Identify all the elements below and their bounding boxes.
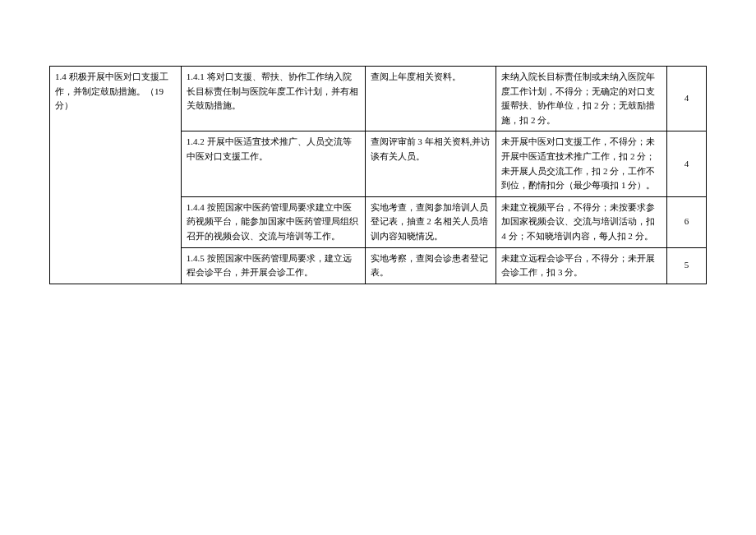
category-cell: 1.4 积极开展中医对口支援工作，并制定鼓励措施。（19 分） [50,67,182,284]
criteria-cell: 1.4.2 开展中医适宜技术推广、人员交流等中医对口支援工作。 [181,131,365,196]
method-cell: 查阅评审前 3 年相关资料,并访谈有关人员。 [365,131,496,196]
criteria-cell: 1.4.4 按照国家中医药管理局要求建立中医药视频平台，能参加国家中医药管理局组… [181,196,365,247]
method-cell: 实地考查，查阅参加培训人员登记表，抽查 2 名相关人员培训内容知晓情况。 [365,196,496,247]
method-cell: 实地考察，查阅会诊患者登记表。 [365,247,496,284]
scoring-cell: 未开展中医对口支援工作，不得分；未开展中医适宜技术推广工作，扣 2 分；未开展人… [496,131,667,196]
score-cell: 5 [667,247,707,284]
scoring-cell: 未纳入院长目标责任制或未纳入医院年度工作计划，不得分；无确定的对口支援帮扶、协作… [496,67,667,131]
scoring-cell: 未建立视频平台，不得分；未按要求参加国家视频会议、交流与培训活动，扣 4 分；不… [496,196,667,247]
scoring-cell: 未建立远程会诊平台，不得分；未开展会诊工作，扣 3 分。 [496,247,667,284]
criteria-cell: 1.4.5 按照国家中医药管理局要求，建立远程会诊平台，并开展会诊工作。 [181,247,365,284]
table-row: 1.4 积极开展中医对口支援工作，并制定鼓励措施。（19 分） 1.4.1 将对… [50,67,707,131]
score-cell: 6 [667,196,707,247]
criteria-cell: 1.4.1 将对口支援、帮扶、协作工作纳入院长目标责任制与医院年度工作计划，并有… [181,67,365,131]
method-cell: 查阅上年度相关资料。 [365,67,496,131]
score-cell: 4 [667,131,707,196]
evaluation-table: 1.4 积极开展中医对口支援工作，并制定鼓励措施。（19 分） 1.4.1 将对… [49,66,707,284]
score-cell: 4 [667,67,707,131]
